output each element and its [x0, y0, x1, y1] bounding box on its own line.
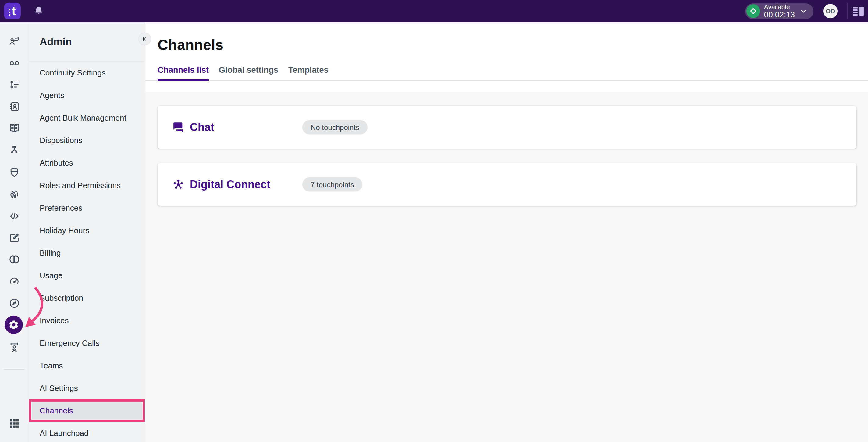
sidebar-item-emergency-calls[interactable]: Emergency Calls — [29, 332, 145, 354]
bell-icon — [33, 5, 44, 16]
interactions-list-icon[interactable] — [8, 78, 21, 91]
chevron-down-icon — [799, 7, 807, 15]
code-icon[interactable] — [8, 210, 21, 222]
tab-channels-list[interactable]: Channels list — [158, 65, 209, 81]
sidebar-item-billing[interactable]: Billing — [29, 242, 145, 264]
channel-card-chat[interactable]: Chat No touchpoints — [158, 106, 857, 148]
topbar: t Available 00:02:13 OD — [0, 0, 868, 22]
chat-bubbles-icon — [172, 121, 184, 133]
agent-status-selector[interactable]: Available 00:02:13 — [745, 3, 813, 19]
voicemail-icon[interactable] — [8, 57, 21, 69]
sidebar-item-agent-bulk-management[interactable]: Agent Bulk Management — [29, 106, 145, 129]
status-available-icon — [746, 4, 760, 18]
sidebar-item-teams[interactable]: Teams — [29, 354, 145, 377]
logo-letter: t — [12, 5, 16, 17]
sidebar-item-ai-settings[interactable]: AI Settings — [29, 377, 145, 399]
main-content: Channels Channels list Global settings T… — [145, 22, 868, 442]
sidebar-item-channels[interactable]: Channels — [29, 399, 145, 422]
sidebar-item-roles-and-permissions[interactable]: Roles and Permissions — [29, 174, 145, 197]
avatar-initials: OD — [826, 8, 835, 15]
hub-icon — [172, 178, 184, 191]
app-logo[interactable]: t — [4, 3, 21, 20]
sidebar-item-holiday-hours[interactable]: Holiday Hours — [29, 219, 145, 242]
collapse-sidebar-button[interactable] — [138, 33, 151, 45]
status-timer: 00:02:13 — [764, 11, 795, 19]
compose-icon[interactable] — [8, 232, 21, 244]
collapse-left-icon — [142, 36, 148, 42]
gauge-icon[interactable] — [8, 275, 21, 287]
fingerprint-icon[interactable] — [8, 188, 21, 200]
sidebar-item-continuity-settings[interactable]: Continuity Settings — [29, 62, 145, 84]
channel-name: Chat — [190, 121, 214, 134]
topbar-divider — [847, 3, 848, 20]
compass-icon[interactable] — [8, 297, 21, 309]
sidebar-item-admin-active[interactable] — [5, 316, 23, 334]
user-avatar[interactable]: OD — [823, 4, 838, 18]
status-label: Available — [764, 3, 795, 11]
sidebar-items: Continuity Settings Agents Agent Bulk Ma… — [29, 62, 145, 442]
sidebar-title: Admin — [40, 36, 72, 47]
tab-global-settings[interactable]: Global settings — [219, 65, 278, 81]
selected-item-background: Channels — [32, 402, 142, 419]
conversations-icon[interactable] — [8, 35, 21, 47]
sidebar-item-ai-launchpad[interactable]: AI Launchpad — [29, 422, 145, 442]
contacts-icon[interactable] — [8, 100, 21, 113]
channel-card-digital-connect[interactable]: Digital Connect 7 touchpoints — [158, 163, 857, 206]
page-title: Channels — [158, 37, 868, 53]
channels-list-body: Chat No touchpoints — [145, 92, 868, 442]
routing-icon[interactable] — [8, 144, 21, 157]
talkdesk-logo-icon: t — [9, 5, 16, 18]
brain-icon[interactable] — [8, 254, 21, 266]
touchpoints-badge: 7 touchpoints — [302, 177, 362, 192]
notifications-button[interactable] — [33, 5, 44, 17]
admin-sidebar: Admin Continuity Settings Agents Agent B… — [29, 22, 145, 442]
sidebar-item-subscription[interactable]: Subscription — [29, 287, 145, 309]
workspace-icon[interactable] — [8, 341, 21, 353]
rail-divider — [4, 369, 25, 370]
apps-grid-icon[interactable] — [8, 417, 21, 430]
tab-bar: Channels list Global settings Templates — [145, 65, 868, 81]
touchpoints-badge: No touchpoints — [302, 120, 368, 135]
shield-icon[interactable] — [8, 166, 21, 178]
tab-templates[interactable]: Templates — [288, 65, 329, 81]
panel-layout-icon — [853, 6, 864, 16]
knowledge-book-icon[interactable] — [8, 122, 21, 134]
gear-icon — [8, 319, 19, 330]
sidebar-item-agents[interactable]: Agents — [29, 84, 145, 106]
side-panel-toggle-button[interactable] — [853, 6, 864, 16]
sidebar-item-invoices[interactable]: Invoices — [29, 309, 145, 332]
sidebar-item-preferences[interactable]: Preferences — [29, 197, 145, 219]
sidebar-header: Admin — [29, 22, 145, 61]
sidebar-item-dispositions[interactable]: Dispositions — [29, 129, 145, 151]
channel-name: Digital Connect — [190, 178, 270, 191]
sidebar-item-channels-label: Channels — [40, 406, 73, 415]
sidebar-item-usage[interactable]: Usage — [29, 264, 145, 287]
icon-rail — [0, 22, 29, 442]
sidebar-item-attributes[interactable]: Attributes — [29, 151, 145, 174]
